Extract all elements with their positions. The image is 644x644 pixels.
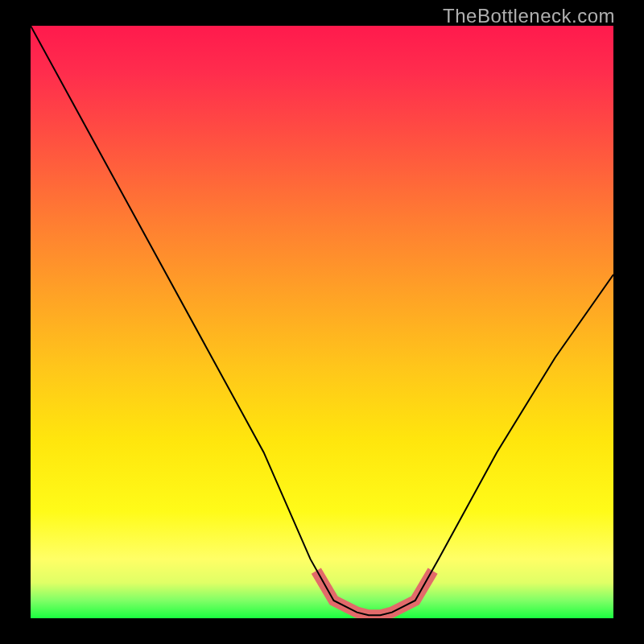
plot-area — [31, 26, 613, 618]
bottleneck-curve — [31, 26, 613, 615]
chart-container: TheBottleneck.com — [0, 0, 644, 644]
chart-svg — [31, 26, 613, 618]
watermark: TheBottleneck.com — [443, 5, 615, 27]
optimal-range-highlight — [316, 571, 433, 615]
